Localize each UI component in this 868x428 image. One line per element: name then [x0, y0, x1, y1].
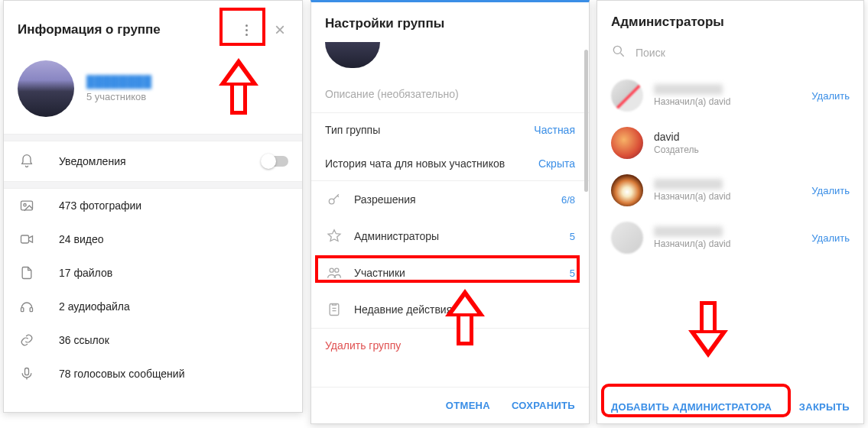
admin-row[interactable]: Назначил(а) david Удалить [597, 214, 863, 261]
item-count: 6/8 [561, 194, 575, 206]
group-name[interactable]: ████████ [86, 75, 151, 88]
admin-row[interactable]: david Создатель [597, 119, 863, 167]
administrators-pane: Администраторы Поиск Назначил(а) david У… [597, 0, 864, 424]
media-label: 473 фотографии [59, 199, 141, 212]
media-voice-row[interactable]: 78 голосовых сообщений [4, 357, 302, 391]
group-type-row[interactable]: Тип группы Частная [311, 113, 589, 147]
pane3-actions: ДОБАВИТЬ АДМИНИСТРАТОРА ЗАКРЫТЬ [597, 391, 863, 423]
admin-row[interactable]: Назначил(а) david Удалить [597, 167, 863, 214]
members-icon [325, 264, 343, 282]
more-menu-button[interactable] [232, 15, 262, 45]
link-icon-li [18, 331, 36, 349]
admin-sub: Назначил(а) david [654, 238, 811, 249]
notifications-row[interactable]: Уведомления [4, 141, 302, 181]
administrators-item[interactable]: Администраторы 5 [311, 218, 589, 255]
remove-admin-link[interactable]: Удалить [811, 90, 850, 102]
group-info-pane: Информация о группе × ████████ 5 участни… [3, 0, 303, 413]
kv-key: История чата для новых участников [325, 157, 505, 170]
svg-point-7 [330, 268, 333, 272]
save-button[interactable]: СОХРАНИТЬ [512, 400, 575, 411]
file-icon [18, 264, 36, 282]
pane3-title: Администраторы [597, 1, 863, 37]
kv-value: Скрыта [538, 157, 575, 170]
bell-icon [18, 152, 36, 170]
media-label: 24 видео [59, 233, 103, 245]
svg-rect-2 [21, 235, 29, 243]
audio-icon [18, 297, 36, 316]
item-label: Администраторы [354, 230, 570, 242]
media-label: 2 аудиофайла [59, 300, 130, 313]
admin-sub: Назначил(а) david [654, 96, 811, 107]
admin-name [654, 179, 723, 190]
search-row[interactable]: Поиск [597, 37, 863, 72]
settings-list: Разрешения 6/8 Администраторы 5 Участник… [311, 180, 589, 328]
voice-icon [18, 365, 36, 383]
remove-admin-link[interactable]: Удалить [811, 232, 850, 244]
recent-actions-item[interactable]: Недавние действия [311, 291, 589, 328]
svg-point-8 [335, 268, 339, 272]
video-icon [18, 230, 36, 248]
delete-group-link[interactable]: Удалить группу [311, 328, 589, 352]
separator [4, 181, 302, 189]
group-summary: ████████ 5 участников [4, 56, 302, 134]
svg-rect-3 [21, 308, 24, 312]
media-videos-row[interactable]: 24 видео [4, 222, 302, 256]
media-files-row[interactable]: 17 файлов [4, 256, 302, 290]
media-photos-row[interactable]: 473 фотографии [4, 189, 302, 222]
svg-point-6 [329, 199, 334, 204]
chat-history-row[interactable]: История чата для новых участников Скрыта [311, 147, 589, 180]
close-button-p3[interactable]: ЗАКРЫТЬ [799, 401, 850, 413]
avatar [611, 222, 643, 254]
group-members-count: 5 участников [86, 91, 151, 102]
avatar [611, 174, 643, 206]
remove-admin-link[interactable]: Удалить [811, 185, 850, 196]
cancel-button[interactable]: ОТМЕНА [446, 400, 490, 411]
photo-icon [18, 196, 36, 215]
pane2-actions: ОТМЕНА СОХРАНИТЬ [311, 387, 589, 423]
media-links-row[interactable]: 36 ссылок [4, 323, 302, 357]
item-label: Недавние действия [354, 303, 575, 316]
group-avatar[interactable] [18, 60, 74, 117]
notifications-label: Уведомления [59, 155, 126, 167]
item-label: Участники [354, 267, 570, 279]
pane1-header: Информация о группе × [4, 1, 302, 56]
pane2-title: Настройки группы [311, 2, 589, 42]
kv-key: Тип группы [325, 124, 380, 136]
media-label: 36 ссылок [59, 334, 109, 346]
svg-point-1 [24, 204, 26, 206]
media-label: 78 голосовых сообщений [59, 368, 184, 380]
admin-sub: Назначил(а) david [654, 191, 811, 202]
item-count: 5 [570, 268, 575, 279]
group-settings-pane: Настройки группы Описание (необязательно… [310, 0, 590, 424]
search-icon [611, 44, 626, 61]
item-count: 5 [570, 231, 575, 242]
members-item[interactable]: Участники 5 [311, 255, 589, 291]
admin-name: david [654, 131, 850, 143]
close-button[interactable]: × [268, 15, 291, 45]
admin-name [654, 226, 723, 237]
star-icon [325, 227, 343, 245]
search-placeholder: Поиск [636, 47, 665, 59]
description-input[interactable]: Описание (необязательно) [311, 80, 589, 113]
pane1-title: Информация о группе [18, 22, 232, 37]
permissions-item[interactable]: Разрешения 6/8 [311, 181, 589, 218]
svg-point-10 [613, 46, 621, 54]
item-label: Разрешения [354, 193, 561, 206]
svg-rect-4 [30, 308, 32, 312]
avatar [611, 127, 643, 159]
notifications-toggle[interactable] [262, 156, 288, 167]
admin-sub: Создатель [654, 144, 850, 155]
kv-value: Частная [534, 124, 575, 136]
svg-rect-5 [25, 368, 29, 375]
media-audio-row[interactable]: 2 аудиофайла [4, 290, 302, 323]
avatar [611, 79, 643, 112]
group-avatar-crop[interactable] [325, 42, 380, 68]
dots-vertical-icon [245, 24, 248, 36]
admin-row[interactable]: Назначил(а) david Удалить [597, 72, 863, 119]
close-icon: × [275, 19, 285, 40]
separator [4, 134, 302, 141]
recent-icon [325, 300, 343, 319]
admin-name [654, 84, 723, 95]
add-admin-button[interactable]: ДОБАВИТЬ АДМИНИСТРАТОРА [611, 401, 772, 413]
scrollbar[interactable] [584, 50, 588, 192]
